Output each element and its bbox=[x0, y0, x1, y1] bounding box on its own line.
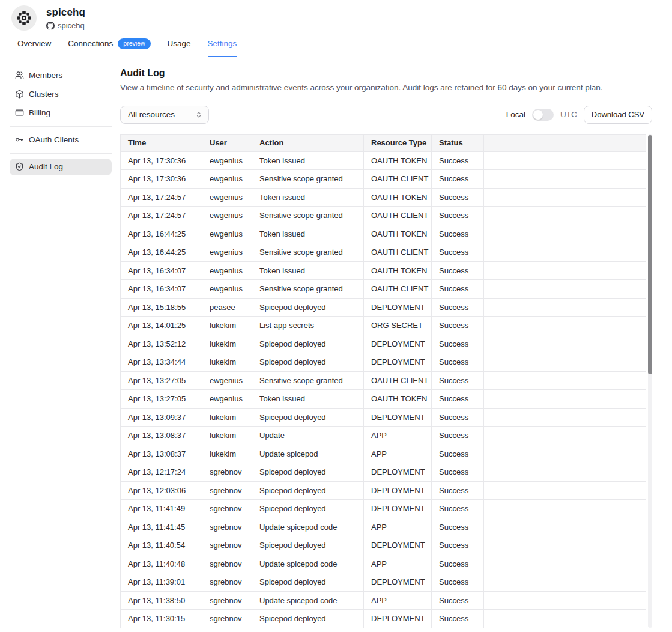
toggle-knob bbox=[533, 110, 543, 120]
tab-connections[interactable]: Connections preview bbox=[68, 38, 150, 58]
action-cell: Token issued bbox=[252, 225, 364, 243]
empty-cell bbox=[484, 518, 646, 536]
empty-cell bbox=[484, 445, 646, 463]
table-row: Apr 13, 16:44:25ewgeniusSensitive scope … bbox=[121, 243, 646, 262]
sidebar-item-members[interactable]: Members bbox=[10, 67, 112, 84]
user-cell: lukekim bbox=[202, 408, 252, 427]
column-header-status: Status bbox=[432, 134, 484, 151]
time-cell: Apr 13, 11:38:50 bbox=[121, 591, 202, 610]
status-cell: Success bbox=[432, 463, 484, 482]
status-cell: Success bbox=[432, 371, 484, 390]
tab-overview-label: Overview bbox=[17, 39, 51, 48]
time-cell: Apr 13, 16:44:25 bbox=[121, 243, 202, 262]
tab-overview[interactable]: Overview bbox=[17, 39, 51, 57]
user-cell: sgrebnov bbox=[202, 555, 252, 573]
resource-type-cell: DEPLOYMENT bbox=[364, 298, 432, 317]
time-cell: Apr 13, 16:34:07 bbox=[121, 280, 202, 299]
empty-cell bbox=[484, 298, 646, 317]
table-row: Apr 13, 13:27:05ewgeniusSensitive scope … bbox=[121, 371, 646, 390]
time-cell: Apr 13, 12:17:24 bbox=[121, 463, 202, 482]
resource-type-cell: OAUTH TOKEN bbox=[364, 225, 432, 243]
sidebar-item-oauth-clients[interactable]: OAuth Clients bbox=[10, 132, 112, 148]
table-row: Apr 13, 13:08:37lukekimUpdate spicepodAP… bbox=[121, 445, 646, 463]
time-cell: Apr 13, 13:27:05 bbox=[121, 390, 202, 409]
time-cell: Apr 13, 11:41:49 bbox=[121, 500, 202, 518]
table-row: Apr 13, 16:34:07ewgeniusToken issuedOAUT… bbox=[121, 261, 646, 280]
resource-type-cell: APP bbox=[364, 445, 432, 463]
action-cell: Token issued bbox=[252, 390, 364, 409]
empty-cell bbox=[484, 591, 646, 610]
tab-usage[interactable]: Usage bbox=[168, 39, 191, 57]
status-cell: Success bbox=[432, 317, 484, 335]
tab-settings[interactable]: Settings bbox=[208, 39, 237, 57]
tab-usage-label: Usage bbox=[168, 39, 191, 48]
status-cell: Success bbox=[432, 298, 484, 317]
empty-cell bbox=[484, 371, 646, 390]
user-cell: lukekim bbox=[202, 335, 252, 353]
action-cell: Update spicepod bbox=[252, 445, 364, 463]
user-cell: ewgenius bbox=[202, 225, 252, 243]
sidebar-item-label: OAuth Clients bbox=[29, 135, 79, 144]
time-cell: Apr 13, 13:27:05 bbox=[121, 371, 202, 390]
timezone-toggle[interactable] bbox=[532, 109, 554, 121]
resource-type-cell: OAUTH CLIENT bbox=[364, 280, 432, 299]
sidebar-item-billing[interactable]: Billing bbox=[10, 105, 112, 121]
time-cell: Apr 13, 11:40:54 bbox=[121, 536, 202, 555]
table-row: Apr 13, 16:34:07ewgeniusSensitive scope … bbox=[121, 280, 646, 299]
table-row: Apr 13, 13:09:37lukekimSpicepod deployed… bbox=[121, 408, 646, 427]
status-cell: Success bbox=[432, 591, 484, 610]
status-cell: Success bbox=[432, 518, 484, 536]
time-cell: Apr 13, 13:34:44 bbox=[121, 353, 202, 372]
resource-type-cell: DEPLOYMENT bbox=[364, 463, 432, 482]
table-row: Apr 13, 13:08:37lukekimUpdateAPPSuccess bbox=[121, 427, 646, 445]
status-cell: Success bbox=[432, 335, 484, 353]
resource-type-cell: OAUTH TOKEN bbox=[364, 151, 432, 170]
sidebar-item-label: Audit Log bbox=[29, 162, 63, 171]
action-cell: Spicepod deployed bbox=[252, 353, 364, 372]
spice-logo-icon bbox=[16, 10, 32, 26]
table-row: Apr 13, 11:39:01sgrebnovSpicepod deploye… bbox=[121, 573, 646, 592]
time-cell: Apr 13, 14:01:25 bbox=[121, 317, 202, 335]
user-cell: ewgenius bbox=[202, 170, 252, 189]
user-cell: sgrebnov bbox=[202, 463, 252, 482]
resource-type-cell: DEPLOYMENT bbox=[364, 335, 432, 353]
resource-type-cell: OAUTH TOKEN bbox=[364, 188, 432, 207]
status-cell: Success bbox=[432, 445, 484, 463]
user-cell: peasee bbox=[202, 298, 252, 317]
status-cell: Success bbox=[432, 555, 484, 573]
user-cell: sgrebnov bbox=[202, 518, 252, 536]
empty-cell bbox=[484, 427, 646, 445]
time-cell: Apr 13, 16:34:07 bbox=[121, 261, 202, 280]
resource-filter-select[interactable]: All resources bbox=[120, 106, 209, 124]
credit-card-icon bbox=[15, 108, 24, 117]
resource-type-cell: OAUTH CLIENT bbox=[364, 207, 432, 225]
user-cell: sgrebnov bbox=[202, 610, 252, 628]
action-cell: Spicepod deployed bbox=[252, 463, 364, 482]
status-cell: Success bbox=[432, 280, 484, 299]
table-row: Apr 13, 12:17:24sgrebnovSpicepod deploye… bbox=[121, 463, 646, 482]
download-csv-button[interactable]: Download CSV bbox=[584, 106, 652, 124]
tab-connections-label: Connections bbox=[68, 39, 113, 48]
user-cell: ewgenius bbox=[202, 207, 252, 225]
utc-label: UTC bbox=[560, 110, 577, 119]
sidebar-divider bbox=[10, 126, 112, 127]
resource-type-cell: DEPLOYMENT bbox=[364, 536, 432, 555]
time-cell: Apr 13, 17:24:57 bbox=[121, 207, 202, 225]
resource-type-cell: DEPLOYMENT bbox=[364, 573, 432, 592]
status-cell: Success bbox=[432, 536, 484, 555]
sidebar-item-clusters[interactable]: Clusters bbox=[10, 86, 112, 103]
action-cell: Spicepod deployed bbox=[252, 408, 364, 427]
user-cell: ewgenius bbox=[202, 261, 252, 280]
sidebar-item-audit-log[interactable]: Audit Log bbox=[10, 159, 112, 175]
org-name: spicehq bbox=[46, 7, 85, 19]
org-avatar bbox=[11, 5, 37, 31]
key-icon bbox=[15, 135, 24, 144]
table-row: Apr 13, 11:40:48sgrebnovUpdate spicepod … bbox=[121, 555, 646, 573]
empty-cell bbox=[484, 536, 646, 555]
table-row: Apr 13, 14:01:25lukekimList app secretsO… bbox=[121, 317, 646, 335]
column-header-user: User bbox=[202, 134, 252, 151]
table-scrollbar-thumb[interactable] bbox=[648, 135, 652, 374]
action-cell: Token issued bbox=[252, 188, 364, 207]
github-link[interactable]: spicehq bbox=[46, 21, 85, 30]
time-cell: Apr 13, 13:08:37 bbox=[121, 427, 202, 445]
